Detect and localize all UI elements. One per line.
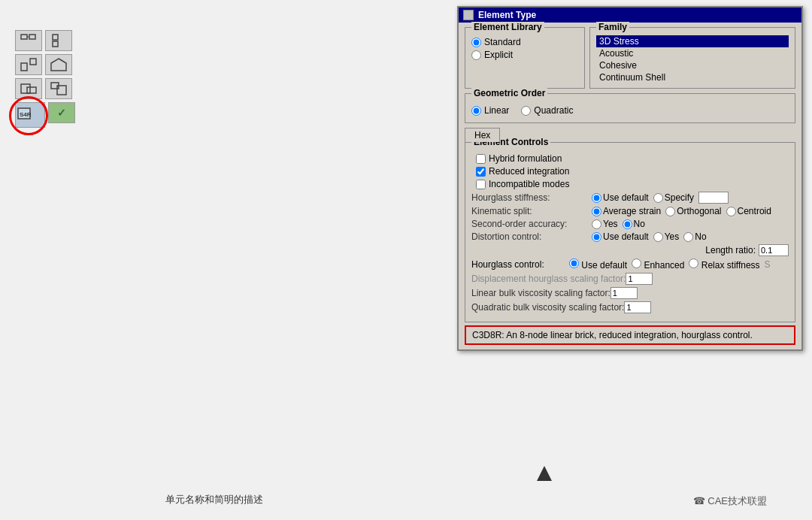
ks-avg-strain-radio[interactable]	[592, 207, 601, 216]
quadratic-radio[interactable]	[521, 106, 531, 116]
geometric-order-label: Geometric Order	[471, 88, 547, 98]
hybrid-formulation-checkbox[interactable]	[476, 154, 486, 164]
element-controls-group: Element Controls Hybrid formulation Redu…	[465, 142, 795, 322]
quadratic-bulk-label: Quadratic bulk viscosity scaling factor:	[471, 302, 624, 313]
family-item-3dstress[interactable]: 3D Stress	[596, 35, 789, 47]
hs-specify-radio[interactable]	[653, 193, 663, 203]
hourglass-control-row: Hourglass control: Use default Enhanced …	[471, 258, 789, 271]
hgc-relax-opt[interactable]: Relax stiffness	[689, 258, 759, 271]
svg-rect-8	[21, 84, 30, 93]
ks-avg-strain-opt[interactable]: Average strain	[592, 206, 661, 216]
family-item-continuum-shell[interactable]: Continuum Shell	[596, 71, 789, 83]
ks-orthogonal-radio[interactable]	[665, 207, 675, 216]
incompatible-modes-checkbox[interactable]	[476, 180, 486, 189]
hybrid-formulation-row[interactable]: Hybrid formulation	[476, 153, 789, 164]
tab-hex[interactable]: Hex	[465, 128, 500, 142]
hgc-enhanced-opt[interactable]: Enhanced	[632, 258, 684, 271]
soa-no-radio[interactable]	[623, 219, 632, 229]
length-ratio-input[interactable]	[759, 244, 789, 256]
dialog-body: Element Library Standard Explicit Family	[459, 23, 801, 349]
ks-centroid-radio[interactable]	[726, 207, 736, 216]
hs-specify-opt[interactable]: Specify	[653, 192, 694, 203]
toolbar-icon-3[interactable]	[15, 54, 42, 75]
explicit-radio[interactable]	[471, 50, 481, 60]
toolbar-icon-5[interactable]	[15, 78, 42, 99]
dc-yes-opt[interactable]: Yes	[653, 231, 680, 242]
toolbar-icon-check[interactable]: ✓	[48, 102, 75, 123]
distortion-control-row: Distortion control: Use default Yes No	[471, 231, 789, 242]
quadratic-bulk-row: Quadratic bulk viscosity scaling factor:	[471, 301, 789, 313]
hgc-use-default-label: Use default	[581, 260, 627, 271]
displacement-hourglass-row: Displacement hourglass scaling factor:	[471, 273, 789, 285]
dc-no-radio[interactable]	[683, 232, 693, 242]
ks-centroid-opt[interactable]: Centroid	[726, 206, 771, 216]
element-library-label: Element Library	[471, 22, 544, 32]
hs-use-default-radio[interactable]	[592, 193, 601, 203]
element-description-text: C3D8R: An 8-node linear brick, reduced i…	[472, 330, 753, 340]
soa-yes-radio[interactable]	[592, 219, 601, 229]
standard-radio[interactable]	[471, 38, 481, 47]
explicit-radio-row[interactable]: Explicit	[471, 50, 578, 60]
family-list: 3D Stress Acoustic Cohesive Continuum Sh…	[596, 35, 789, 83]
dc-no-opt[interactable]: No	[683, 231, 706, 242]
svg-rect-1	[29, 35, 35, 39]
hs-use-default-opt[interactable]: Use default	[592, 192, 649, 203]
dialog-title-icon	[463, 10, 474, 20]
soa-yes-opt[interactable]: Yes	[592, 219, 618, 229]
ks-orthogonal-opt[interactable]: Orthogonal	[665, 206, 721, 216]
dc-no-label: No	[695, 231, 706, 242]
displacement-hourglass-input[interactable]	[626, 273, 653, 285]
family-group: Family 3D Stress Acoustic Cohesive Conti…	[589, 27, 795, 89]
reduced-integration-row[interactable]: Reduced integration	[476, 166, 789, 177]
hgc-use-default-radio[interactable]	[569, 258, 579, 268]
svg-rect-5	[21, 63, 27, 71]
family-item-cohesive[interactable]: Cohesive	[596, 59, 789, 71]
linear-radio[interactable]	[471, 106, 481, 116]
hgc-use-default-opt[interactable]: Use default	[569, 258, 627, 271]
toolbar-icon-s4r[interactable]: S4R	[15, 102, 45, 128]
hs-use-default-label: Use default	[603, 192, 649, 203]
dc-use-default-opt[interactable]: Use default	[592, 231, 649, 242]
incompatible-modes-label: Incompatible modes	[489, 179, 569, 189]
standard-radio-row[interactable]: Standard	[471, 37, 578, 47]
dc-yes-radio[interactable]	[653, 232, 663, 242]
kinematic-split-label: Kinematic split:	[471, 206, 592, 216]
soa-yes-label: Yes	[603, 219, 618, 229]
toolbar-icon-2[interactable]	[45, 30, 72, 51]
incompatible-modes-row[interactable]: Incompatible modes	[476, 179, 789, 189]
cae-logo: ☎ CAE技术联盟	[693, 494, 767, 508]
toolbar-icon-6[interactable]	[45, 78, 72, 99]
family-label: Family	[596, 22, 629, 32]
reduced-integration-checkbox[interactable]	[476, 167, 486, 177]
element-library-group: Element Library Standard Explicit	[465, 27, 585, 89]
toolbar-icon-s4r-container: S4R	[15, 102, 45, 128]
quadratic-bulk-input[interactable]	[624, 301, 651, 313]
toolbar-area: S4R ✓	[15, 30, 83, 128]
linear-bulk-label: Linear bulk viscosity scaling factor:	[471, 288, 611, 298]
linear-label: Linear	[484, 105, 509, 116]
dialog-titlebar: Element Type	[459, 8, 801, 23]
family-item-acoustic[interactable]: Acoustic	[596, 47, 789, 59]
dc-yes-label: Yes	[665, 231, 680, 242]
soa-no-opt[interactable]: No	[623, 219, 645, 229]
dc-use-default-radio[interactable]	[592, 232, 601, 242]
distortion-control-label: Distortion control:	[471, 231, 592, 242]
dc-use-default-label: Use default	[603, 231, 649, 242]
svg-rect-6	[30, 59, 36, 65]
ks-avg-strain-label: Average strain	[603, 206, 661, 216]
svg-marker-7	[51, 59, 66, 71]
quadratic-radio-row[interactable]: Quadratic	[521, 105, 573, 116]
hgc-relax-radio[interactable]	[689, 258, 698, 268]
hourglass-stiffness-label: Hourglass stiffness:	[471, 192, 592, 203]
toolbar-icon-1[interactable]	[15, 30, 42, 51]
toolbar-icon-4[interactable]	[45, 54, 72, 75]
svg-rect-0	[21, 35, 27, 39]
hs-specify-input[interactable]	[698, 192, 729, 204]
length-ratio-row: Length ratio:	[471, 244, 789, 256]
linear-bulk-input[interactable]	[611, 287, 638, 299]
reduced-integration-label: Reduced integration	[489, 166, 569, 177]
quadratic-label: Quadratic	[534, 105, 573, 116]
linear-radio-row[interactable]: Linear	[471, 105, 509, 116]
hgc-enhanced-radio[interactable]	[632, 258, 641, 268]
bottom-annotation-text: 单元名称和简明的描述	[165, 493, 263, 506]
